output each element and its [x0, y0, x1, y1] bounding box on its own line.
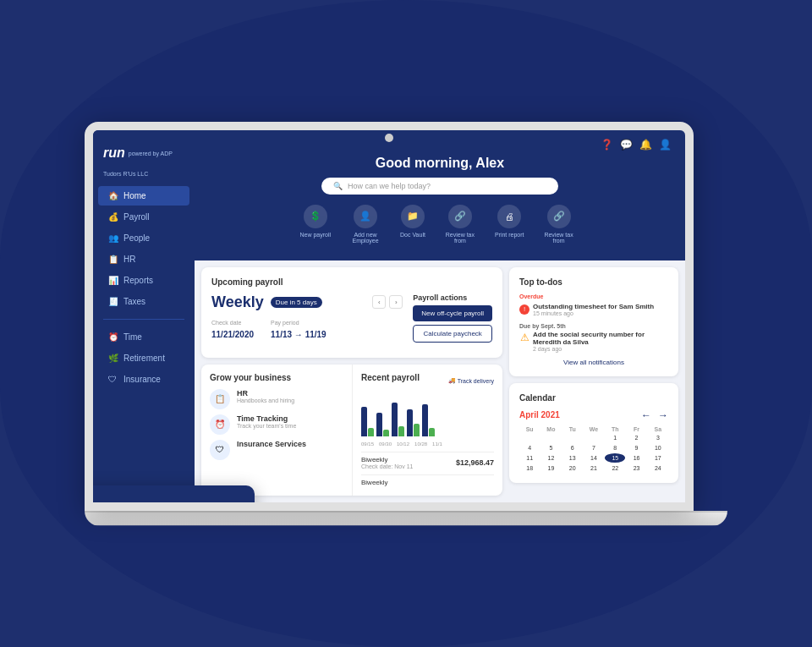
- cal-day-empty-3: [562, 433, 583, 442]
- search-placeholder: How can we help today?: [348, 182, 431, 190]
- sidebar-item-reports[interactable]: 📊 Reports: [98, 271, 189, 290]
- quick-action-review-tax[interactable]: 🔗 Review tax from: [439, 205, 481, 244]
- quick-action-doc-vault[interactable]: 📁 Doc Vault: [400, 205, 425, 244]
- chart-label-4: 10/28: [414, 441, 427, 447]
- bar-green-2: [383, 430, 389, 436]
- new-offcycle-btn[interactable]: New off-cycle payroll: [413, 305, 492, 321]
- calendar-next-btn[interactable]: →: [658, 409, 668, 421]
- help-icon[interactable]: ❓: [601, 139, 613, 151]
- calendar-nav: ← →: [641, 409, 668, 421]
- new-payroll-label: New payroll: [299, 232, 331, 238]
- sidebar-label-insurance: Insurance: [123, 375, 161, 384]
- cal-day-24[interactable]: 24: [648, 463, 668, 473]
- cal-header-sa: Sa: [648, 426, 668, 432]
- user-icon[interactable]: 👤: [659, 139, 672, 151]
- cal-day-20[interactable]: 20: [562, 463, 583, 473]
- cal-day-1[interactable]: 1: [605, 433, 625, 442]
- review-tax-icon: 🔗: [448, 205, 472, 228]
- view-all-notifications-link[interactable]: View all notifications: [519, 359, 668, 366]
- sidebar-company: Tudors R'Us LLC: [93, 171, 195, 185]
- cal-day-17[interactable]: 17: [648, 453, 668, 463]
- cal-day-18[interactable]: 18: [519, 463, 540, 473]
- cal-day-13[interactable]: 13: [562, 453, 583, 463]
- cal-day-7[interactable]: 7: [584, 443, 604, 452]
- bar-blue-1: [361, 407, 367, 436]
- grow-hr-icon: 📋: [210, 389, 230, 409]
- quick-action-print-report[interactable]: 🖨 Print report: [495, 205, 524, 244]
- cal-day-21[interactable]: 21: [584, 463, 604, 473]
- cal-day-22[interactable]: 22: [605, 463, 625, 473]
- review-tax-2-icon: 🔗: [547, 205, 571, 228]
- grow-hr-text: HR Handbooks and hiring: [237, 389, 294, 403]
- upcoming-payroll-title: Upcoming payroll: [211, 277, 492, 287]
- calculate-paycheck-btn[interactable]: Calculate paycheck: [413, 325, 492, 343]
- cal-day-10[interactable]: 10: [648, 443, 668, 452]
- cal-day-4[interactable]: 4: [519, 443, 540, 452]
- sidebar-item-people[interactable]: 👥 People: [98, 228, 189, 248]
- cal-day-8[interactable]: 8: [605, 443, 625, 452]
- cal-header-fr: Fr: [626, 426, 646, 432]
- sidebar-logo: run powered by ADP: [93, 140, 195, 171]
- recent-payroll-item-1-amount: $12,968.47: [456, 458, 494, 467]
- cal-day-empty-2: [540, 433, 561, 442]
- cal-header-mo: Mo: [540, 426, 561, 432]
- calendar-card: Calendar April 2021 ← → Su: [509, 383, 678, 483]
- payroll-prev-btn[interactable]: ‹: [372, 295, 386, 309]
- cal-day-19[interactable]: 19: [540, 463, 561, 473]
- cal-day-23[interactable]: 23: [626, 463, 646, 473]
- sidebar-item-hr[interactable]: 📋 HR: [98, 249, 189, 269]
- taxes-icon: 🧾: [108, 297, 118, 306]
- bell-icon[interactable]: 🔔: [639, 139, 652, 151]
- home-icon: 🏠: [108, 191, 118, 200]
- truck-icon: 🚚: [448, 377, 456, 384]
- check-date-value: 11/21/2020: [211, 330, 254, 339]
- search-bar[interactable]: 🔍 How can we help today?: [321, 178, 558, 195]
- run-payroll-button[interactable]: Run payroll: [85, 485, 255, 511]
- sidebar-item-retirement[interactable]: 🌿 Retirement: [98, 348, 189, 368]
- quick-action-add-employee[interactable]: 👤 Add new Employee: [344, 205, 387, 244]
- payroll-main-row: Weekly Due in 5 days ‹ ›: [211, 293, 492, 348]
- sidebar-item-payroll[interactable]: 💰 Payroll: [98, 207, 189, 227]
- doc-vault-label: Doc Vault: [400, 232, 425, 238]
- sidebar-item-insurance[interactable]: 🛡 Insurance: [98, 370, 189, 389]
- cal-day-12[interactable]: 12: [540, 453, 561, 463]
- calendar-month-label: April 2021: [519, 410, 560, 419]
- sidebar-label-hr: HR: [123, 255, 135, 264]
- cal-day-16[interactable]: 16: [626, 453, 646, 463]
- todo-item-1-title: Outstanding timesheet for Sam Smith: [533, 303, 654, 310]
- cal-day-6[interactable]: 6: [562, 443, 583, 452]
- calendar-prev-btn[interactable]: ←: [641, 409, 651, 421]
- sidebar-item-home[interactable]: 🏠 Home: [98, 186, 189, 206]
- sidebar-label-payroll: Payroll: [123, 212, 150, 222]
- todo-icon-orange: ⚠: [519, 332, 529, 343]
- top-todos-card: Top to-dos Overdue ! Outstanding timeshe…: [509, 267, 678, 376]
- quick-action-review-tax-2[interactable]: 🔗 Review tax from: [538, 205, 580, 244]
- quick-action-new-payroll[interactable]: 💲 New payroll: [299, 205, 331, 244]
- sidebar-item-taxes[interactable]: 🧾 Taxes: [98, 292, 189, 311]
- recent-payroll-item-2: Biweekly: [361, 474, 494, 486]
- bar-blue-5: [422, 404, 428, 436]
- track-delivery-link[interactable]: 🚚 Track delivery: [448, 377, 494, 384]
- add-employee-icon: 👤: [354, 205, 377, 228]
- sidebar-item-time[interactable]: ⏰ Time: [98, 327, 189, 347]
- grow-item-time: ⏰ Time Tracking Track your team's time: [210, 414, 343, 435]
- cal-day-9[interactable]: 9: [626, 443, 646, 452]
- todo-icon-red: !: [519, 304, 529, 315]
- cal-day-5[interactable]: 5: [540, 443, 561, 452]
- payroll-next-btn[interactable]: ›: [389, 295, 403, 309]
- people-icon: 👥: [108, 233, 118, 243]
- cal-day-2[interactable]: 2: [626, 433, 646, 442]
- chat-icon[interactable]: 💬: [620, 139, 633, 151]
- recent-payroll-title: Recent payroll: [361, 373, 420, 382]
- cal-day-15-today[interactable]: 15: [605, 453, 625, 463]
- bar-blue-3: [392, 403, 398, 436]
- cal-day-3[interactable]: 3: [648, 433, 668, 442]
- recent-payroll-header-row: Recent payroll 🚚 Track delivery: [361, 373, 494, 389]
- cal-day-11[interactable]: 11: [519, 453, 540, 463]
- calendar-title: Calendar: [519, 393, 668, 403]
- cal-day-14[interactable]: 14: [584, 453, 604, 463]
- grow-business-section: Grow your business 📋 HR Handbooks and hi…: [201, 365, 352, 496]
- greeting-text: Good morning, Alex: [208, 156, 672, 171]
- retirement-icon: 🌿: [108, 354, 118, 363]
- grow-time-text: Time Tracking Track your team's time: [237, 414, 296, 429]
